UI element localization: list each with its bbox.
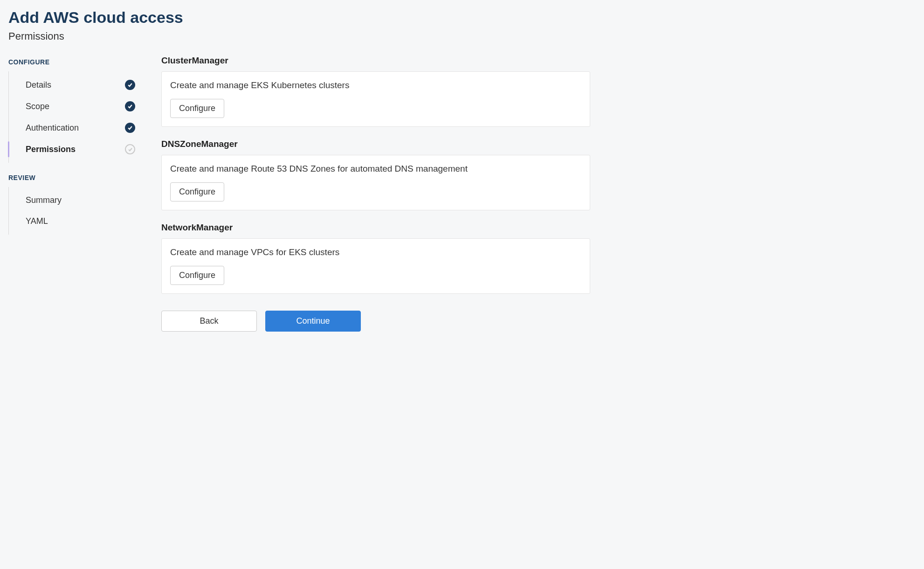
permission-clustermanager: ClusterManager Create and manage EKS Kub…: [161, 56, 590, 127]
check-outline-icon: [125, 144, 135, 154]
nav-group-review: Summary YAML: [8, 187, 139, 235]
sidebar-section-review: REVIEW: [8, 174, 139, 181]
nav-item-details[interactable]: Details: [9, 74, 139, 96]
permission-card: Create and manage VPCs for EKS clusters …: [161, 238, 590, 294]
nav-item-label: Summary: [26, 195, 62, 205]
permission-title: DNSZoneManager: [161, 139, 590, 149]
nav-item-label: Permissions: [26, 145, 76, 154]
sidebar-section-configure: CONFIGURE: [8, 58, 139, 66]
check-icon: [125, 101, 135, 111]
permission-description: Create and manage Route 53 DNS Zones for…: [170, 164, 581, 174]
nav-item-label: Details: [26, 80, 51, 90]
wizard-sidebar: CONFIGURE Details Scope Authentication: [8, 56, 139, 332]
permission-title: NetworkManager: [161, 222, 590, 233]
nav-item-permissions[interactable]: Permissions: [9, 139, 139, 160]
nav-item-summary[interactable]: Summary: [9, 190, 139, 211]
continue-button[interactable]: Continue: [265, 311, 361, 332]
nav-item-yaml[interactable]: YAML: [9, 211, 139, 232]
nav-item-label: Scope: [26, 102, 49, 111]
nav-item-label: Authentication: [26, 123, 79, 133]
permission-card: Create and manage EKS Kubernetes cluster…: [161, 71, 590, 127]
permission-title: ClusterManager: [161, 56, 590, 66]
check-icon: [125, 80, 135, 90]
configure-button[interactable]: Configure: [170, 266, 224, 285]
check-icon: [125, 123, 135, 133]
permission-description: Create and manage EKS Kubernetes cluster…: [170, 80, 581, 90]
permission-dnszonemanager: DNSZoneManager Create and manage Route 5…: [161, 139, 590, 210]
permission-card: Create and manage Route 53 DNS Zones for…: [161, 155, 590, 210]
nav-item-label: YAML: [26, 216, 48, 226]
page-title: Add AWS cloud access: [8, 8, 916, 27]
page-subtitle: Permissions: [8, 30, 916, 42]
nav-item-scope[interactable]: Scope: [9, 96, 139, 117]
back-button[interactable]: Back: [161, 311, 257, 332]
configure-button[interactable]: Configure: [170, 99, 224, 118]
main-content: ClusterManager Create and manage EKS Kub…: [161, 56, 590, 332]
configure-button[interactable]: Configure: [170, 182, 224, 201]
wizard-footer: Back Continue: [161, 311, 590, 332]
nav-item-authentication[interactable]: Authentication: [9, 117, 139, 139]
nav-group-configure: Details Scope Authentication Permissions: [8, 71, 139, 163]
permission-description: Create and manage VPCs for EKS clusters: [170, 247, 581, 257]
permission-networkmanager: NetworkManager Create and manage VPCs fo…: [161, 222, 590, 294]
